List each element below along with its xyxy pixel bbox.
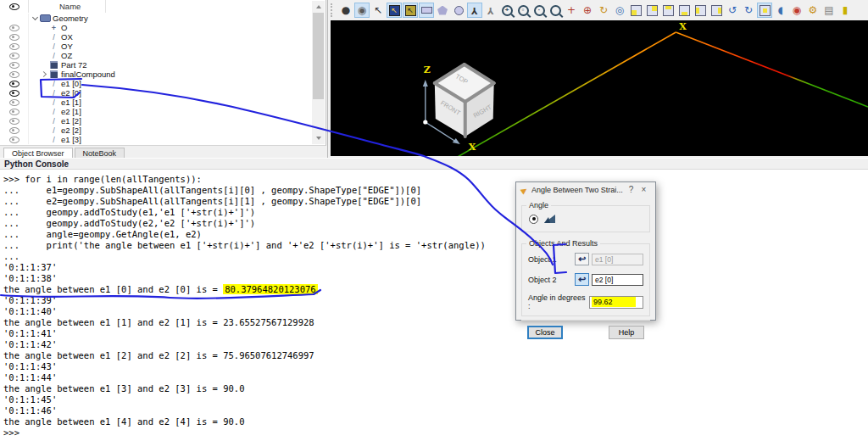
highlight-select-icon[interactable]: ↖ [387,3,402,18]
angle-degrees-field[interactable]: 99.62 [589,296,643,309]
name-column-header[interactable]: Name [59,2,81,11]
viewcube-style-icon[interactable]: ◉ [354,3,370,18]
triangle-down-icon [316,137,321,140]
tree-scrollbar[interactable] [312,1,325,144]
console-line: '0:1:1:44' [3,372,868,383]
right-view-icon[interactable] [709,3,724,18]
iso-view-icon[interactable] [757,3,772,18]
shading-color-icon[interactable]: ◉ [789,3,804,18]
object2-select-arrow-button[interactable]: ↩ [575,273,589,286]
clipping-icon[interactable]: ◖ [773,3,788,18]
viewport-toolbar-icons: ●◉↖↖↖YY+▫·+⊕↻◎↺↻◖◉⚙▤▮ [338,3,853,18]
object1-select-arrow-button[interactable]: ↩ [575,253,589,265]
polygon-selection-icon[interactable] [435,3,450,18]
camera-icon[interactable]: ▤ [821,3,837,18]
left-view-icon[interactable] [693,3,708,18]
tree-item-part-72[interactable]: Part 72 [0,60,312,70]
scroll-up-button[interactable] [312,1,325,13]
visibility-cell[interactable] [0,32,29,42]
scroll-down-button[interactable] [312,132,325,144]
pan-icon[interactable]: + [564,3,579,18]
visibility-cell[interactable] [0,126,29,135]
back-view-icon[interactable] [644,3,659,18]
tree-item-e2-0[interactable]: /e2 [0] [0,88,312,98]
close-button[interactable]: Close [527,326,563,339]
tree-item-oz[interactable]: /OZ [0,51,312,60]
header-column-separator[interactable] [105,0,106,13]
rotate-ccw-icon[interactable]: ↺ [725,3,740,18]
zoom-selection-icon[interactable]: · [531,3,547,18]
zoom-in-icon[interactable]: + [499,3,515,18]
scale-icon[interactable]: ▮ [837,3,853,18]
tree-item-e1-3[interactable]: /e1 [3] [0,135,312,144]
tangent-edge-e2[interactable] [676,32,868,107]
tree-item-oy[interactable]: /OY [0,42,312,51]
visibility-cell[interactable] [0,70,29,79]
tree-item-geometry[interactable]: Geometry [0,14,312,23]
visibility-cell[interactable] [0,116,29,126]
object2-field[interactable]: e2 [0] [592,274,643,286]
rect-selection-icon[interactable] [419,3,434,18]
expander-closed-icon[interactable] [38,72,48,76]
tree-item-e1-0[interactable]: /e1 [0] [0,79,312,88]
help-button[interactable]: Help [609,326,644,339]
visibility-cell[interactable] [0,79,29,88]
3d-viewport[interactable]: X TOP FRONT RIGHT [331,20,868,156]
object1-field[interactable]: e1 [0] [592,254,643,265]
tree-item-e2-1[interactable]: /e2 [1] [0,107,312,116]
tree-header: Name [0,0,326,13]
tree-item-e2-2[interactable]: /e2 [2] [0,126,312,135]
front-view-icon[interactable] [628,3,643,18]
tree-item-finalcompound[interactable]: finalCompound [0,70,312,79]
sweep-icon[interactable]: ⚙ [805,3,821,18]
preselect-icon[interactable]: ↖ [403,3,418,18]
toolbar-drag-handle[interactable] [331,3,336,17]
tree-item-e1-2[interactable]: /e1 [2] [0,116,312,126]
dialog-help-icon[interactable]: ? [625,186,637,194]
tree-item-ox[interactable]: /OX [0,32,312,42]
global-pan-icon[interactable]: ◎ [612,3,627,18]
trihedron-icon[interactable]: Y [467,3,482,18]
visibility-cell[interactable] [0,42,29,51]
selection-cursor-icon[interactable]: ↖ [370,3,386,18]
interaction-style-icon[interactable]: ● [338,3,353,18]
visibility-cell[interactable] [0,60,29,70]
visibility-cell[interactable] [0,135,29,144]
visibility-cell[interactable] [0,23,29,32]
console-line: >>> [3,427,868,438]
visibility-column-header[interactable] [0,0,29,13]
angle-mode-radio[interactable] [529,215,538,224]
visibility-cell[interactable] [0,107,29,116]
line-icon: / [48,33,59,42]
rotate-cw-icon[interactable]: ↻ [741,3,756,18]
visibility-cell[interactable] [0,98,29,107]
dialog-close-icon[interactable]: × [637,186,650,194]
line-icon: / [48,80,59,88]
zoom-window-icon[interactable]: ▫ [515,3,531,18]
visibility-cell[interactable] [0,51,29,60]
magnifier-icon[interactable] [548,3,563,18]
object-browser-tree[interactable]: Name Geometry+O/OX/OY/OZPart 72finalComp… [0,0,326,146]
bottom-view-icon[interactable] [676,3,692,18]
tree-item-label: e2 [1] [61,107,81,116]
circle-selection-icon[interactable] [451,3,466,18]
visibility-cell[interactable] [0,88,29,98]
tree-item-e1-1[interactable]: /e1 [1] [0,98,312,107]
tree-item-o[interactable]: +O [0,23,312,32]
eye-icon [9,25,19,31]
scrollbar-thumb[interactable] [313,13,324,99]
rotate-view-icon[interactable]: ↻ [596,3,611,18]
python-console-header[interactable]: Python Console [0,158,868,170]
angle-group: Angle [521,205,650,232]
python-console[interactable]: >>> for i in range(len(allTangents)):...… [0,170,868,441]
top-view-icon[interactable] [660,3,676,18]
view-trihedron-icon[interactable]: Y [483,3,498,18]
expander-open-icon[interactable] [30,17,40,20]
view-cube[interactable]: TOP FRONT RIGHT [435,64,494,137]
line-icon: / [48,89,59,98]
rotation-point-icon[interactable]: ⊕ [580,3,595,18]
dialog-separator [521,320,650,321]
dialog-title-bar[interactable]: ▶ Angle Between Two Strai... ? × [516,182,655,198]
console-line: '0:1:1:38' [3,273,868,284]
tree-item-label: e1 [3] [61,135,81,144]
